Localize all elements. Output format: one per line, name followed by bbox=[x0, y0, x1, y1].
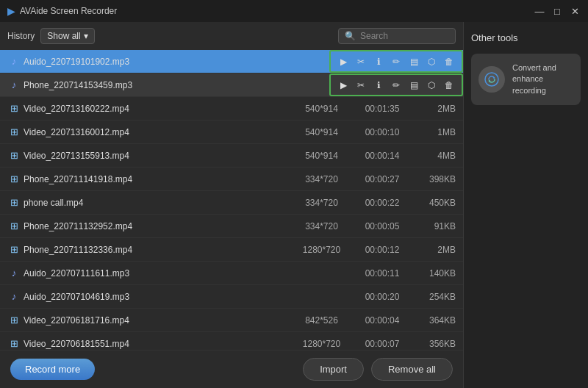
history-label: History bbox=[7, 31, 35, 41]
recording-name: Auido_220707104619.mp3 bbox=[21, 292, 290, 302]
recording-name: Video_220706181716.mp4 bbox=[21, 315, 290, 326]
maximize-button[interactable]: □ bbox=[551, 5, 563, 17]
recording-resolution: 540*914 bbox=[290, 151, 353, 161]
recording-name: Phone_220711132336.mp4 bbox=[21, 245, 290, 255]
cut-button[interactable]: ✂ bbox=[353, 77, 369, 93]
main-layout: History Show all ▾ 🔍 ♪Auido_220719101902… bbox=[0, 22, 588, 388]
video-icon: ⊞ bbox=[7, 338, 21, 349]
table-row[interactable]: ⊞Video_220713160222.mp4540*91400:01:352M… bbox=[0, 97, 463, 121]
folder-button[interactable]: ▤ bbox=[406, 77, 422, 93]
video-icon: ⊞ bbox=[7, 103, 21, 114]
recording-name: phone call.mp4 bbox=[21, 198, 290, 208]
audio-icon: ♪ bbox=[7, 267, 21, 279]
recording-size: 140KB bbox=[412, 268, 456, 279]
recording-duration: 00:00:14 bbox=[353, 151, 412, 161]
chevron-down-icon: ▾ bbox=[84, 31, 88, 41]
record-more-button[interactable]: Record more bbox=[10, 359, 95, 380]
table-row[interactable]: ♪Auido_220719101902.mp300:00:23417KB▶✂ℹ✏… bbox=[0, 50, 463, 73]
recording-name: Phone_220711132952.mp4 bbox=[21, 221, 290, 231]
import-button[interactable]: Import bbox=[303, 358, 364, 381]
share-button[interactable]: ⬡ bbox=[423, 77, 440, 93]
app-title: AVAide Screen Recorder bbox=[20, 6, 117, 16]
recording-resolution: 1280*720 bbox=[290, 339, 353, 349]
recording-resolution: 334*720 bbox=[290, 221, 353, 231]
table-row[interactable]: ⊞Video_220713160012.mp4540*91400:00:101M… bbox=[0, 121, 463, 144]
title-bar-controls: — □ ✕ bbox=[534, 5, 581, 17]
table-row[interactable]: ♪Phone_220714153459.mp300:00:32127KB▶✂ℹ✏… bbox=[0, 73, 463, 97]
recording-duration: 00:00:07 bbox=[353, 339, 412, 349]
recording-resolution: 1280*720 bbox=[290, 245, 353, 255]
recording-duration: 00:00:04 bbox=[353, 315, 412, 326]
share-button[interactable]: ⬡ bbox=[423, 54, 440, 70]
delete-button[interactable]: 🗑 bbox=[441, 54, 457, 70]
convert-enhance-label: Convert and enhance recording bbox=[512, 62, 573, 96]
audio-icon: ♪ bbox=[7, 291, 21, 302]
edit-button[interactable]: ✏ bbox=[388, 54, 404, 70]
video-icon: ⊞ bbox=[7, 315, 21, 326]
recording-size: 1MB bbox=[412, 127, 456, 137]
search-area: 🔍 bbox=[338, 28, 456, 44]
play-button[interactable]: ▶ bbox=[335, 54, 351, 70]
recording-duration: 00:00:10 bbox=[353, 127, 412, 137]
play-button[interactable]: ▶ bbox=[335, 77, 351, 93]
table-row[interactable]: ♪Auido_220707104619.mp300:00:20254KB bbox=[0, 285, 463, 309]
info-button[interactable]: ℹ bbox=[370, 54, 387, 70]
delete-button[interactable]: 🗑 bbox=[441, 77, 457, 93]
recording-size: 450KB bbox=[412, 198, 456, 208]
recording-size: 356KB bbox=[412, 339, 456, 349]
edit-button[interactable]: ✏ bbox=[388, 77, 404, 93]
cut-button[interactable]: ✂ bbox=[353, 54, 369, 70]
convert-enhance-tool[interactable]: Convert and enhance recording bbox=[471, 54, 581, 105]
content-panel: History Show all ▾ 🔍 ♪Auido_220719101902… bbox=[0, 22, 463, 388]
recordings-table: ♪Auido_220719101902.mp300:00:23417KB▶✂ℹ✏… bbox=[0, 50, 463, 350]
other-tools-title: Other tools bbox=[471, 32, 581, 43]
recording-duration: 00:00:05 bbox=[353, 221, 412, 231]
convert-icon bbox=[478, 66, 505, 93]
recording-size: 4MB bbox=[412, 151, 456, 161]
folder-button[interactable]: ▤ bbox=[406, 54, 422, 70]
table-row[interactable]: ⊞Phone_220711132336.mp41280*72000:00:122… bbox=[0, 238, 463, 262]
audio-icon: ♪ bbox=[7, 56, 21, 67]
recording-duration: 00:00:27 bbox=[353, 174, 412, 184]
toolbar: History Show all ▾ 🔍 bbox=[0, 22, 463, 50]
search-input[interactable] bbox=[360, 31, 449, 41]
table-row[interactable]: ⊞Video_220706181716.mp4842*52600:00:0436… bbox=[0, 309, 463, 332]
video-icon: ⊞ bbox=[7, 150, 21, 161]
video-icon: ⊞ bbox=[7, 126, 21, 137]
remove-all-button[interactable]: Remove all bbox=[371, 358, 453, 381]
table-row[interactable]: ⊞Video_220706181551.mp41280*72000:00:073… bbox=[0, 332, 463, 350]
recording-name: Auido_220719101902.mp3 bbox=[21, 57, 290, 67]
video-icon: ⊞ bbox=[7, 197, 21, 208]
video-icon: ⊞ bbox=[7, 173, 21, 184]
recording-resolution: 540*914 bbox=[290, 104, 353, 114]
recording-name: Auido_220707111611.mp3 bbox=[21, 268, 290, 279]
svg-point-0 bbox=[485, 73, 498, 86]
recording-size: 2MB bbox=[412, 104, 456, 114]
title-bar-left: ▶ AVAide Screen Recorder bbox=[7, 5, 117, 17]
table-row[interactable]: ⊞Phone_220711132952.mp4334*72000:00:0591… bbox=[0, 215, 463, 238]
bottom-right-buttons: Import Remove all bbox=[303, 358, 453, 381]
table-row[interactable]: ⊞Video_220713155913.mp4540*91400:00:144M… bbox=[0, 144, 463, 168]
recording-name: Video_220713155913.mp4 bbox=[21, 151, 290, 161]
table-row[interactable]: ⊞Phone_220711141918.mp4334*72000:00:2739… bbox=[0, 168, 463, 191]
recording-duration: 00:00:11 bbox=[353, 268, 412, 279]
audio-icon: ♪ bbox=[7, 79, 21, 90]
close-button[interactable]: ✕ bbox=[569, 5, 581, 17]
table-row[interactable]: ⊞phone call.mp4334*72000:00:22450KB bbox=[0, 191, 463, 215]
row-action-buttons: ▶✂ℹ✏▤⬡🗑 bbox=[329, 50, 463, 73]
recording-size: 254KB bbox=[412, 292, 456, 302]
app-icon: ▶ bbox=[7, 5, 15, 17]
recording-name: Video_220713160012.mp4 bbox=[21, 127, 290, 137]
search-icon: 🔍 bbox=[345, 31, 356, 41]
table-row[interactable]: ♪Auido_220707111611.mp300:00:11140KB bbox=[0, 262, 463, 285]
recording-resolution: 334*720 bbox=[290, 174, 353, 184]
recording-resolution: 842*526 bbox=[290, 315, 353, 326]
recording-resolution: 540*914 bbox=[290, 127, 353, 137]
minimize-button[interactable]: — bbox=[534, 5, 545, 17]
row-action-buttons: ▶✂ℹ✏▤⬡🗑 bbox=[329, 73, 463, 96]
video-icon: ⊞ bbox=[7, 244, 21, 255]
show-all-dropdown[interactable]: Show all ▾ bbox=[40, 28, 94, 44]
info-button[interactable]: ℹ bbox=[370, 77, 387, 93]
recording-duration: 00:01:35 bbox=[353, 104, 412, 114]
recording-duration: 00:00:20 bbox=[353, 292, 412, 302]
